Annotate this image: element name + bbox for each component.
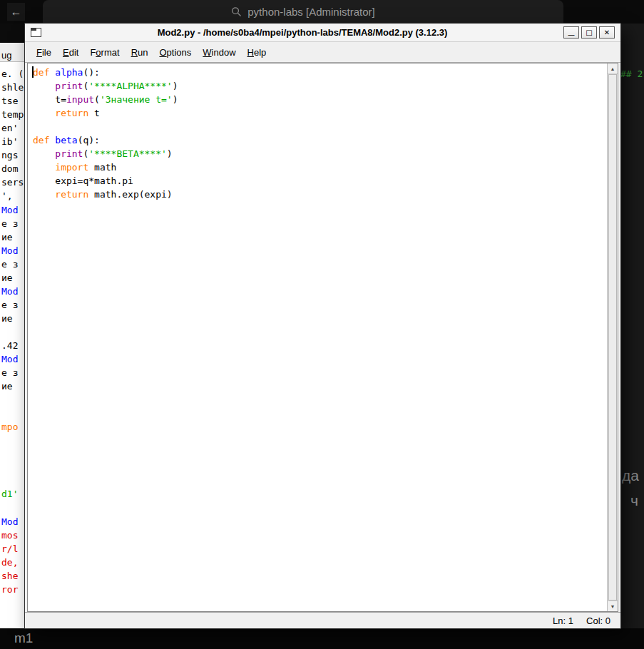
- desktop: ← python-labs [Administrator] ## 2дачm1 …: [0, 0, 644, 649]
- maximize-icon: □: [586, 29, 592, 36]
- background-text-fragment: ug: [1, 50, 11, 61]
- minimize-icon: —: [568, 31, 575, 39]
- background-text-fragment: е з: [1, 300, 18, 310]
- editor-area[interactable]: def alpha(): print('****ALPHA****') t=in…: [27, 63, 618, 612]
- menu-bar: FileEditFormatRunOptionsWindowHelp: [25, 42, 620, 63]
- code-line: t=input('Значение t='): [33, 93, 602, 106]
- maximize-button[interactable]: □: [581, 26, 597, 39]
- menu-help[interactable]: Help: [242, 44, 272, 61]
- close-icon: ✕: [604, 29, 610, 36]
- background-text-fragment: e. (: [1, 68, 24, 79]
- background-text-fragment: ',: [1, 190, 13, 201]
- menu-edit[interactable]: Edit: [57, 44, 84, 61]
- idle-editor-window: Mod2.py - /home/s0ba4/mpei/python-labs/T…: [25, 24, 620, 628]
- background-bottom: [0, 628, 644, 649]
- text-cursor: [32, 66, 34, 78]
- code-line: return t: [33, 106, 602, 120]
- close-button[interactable]: ✕: [599, 26, 615, 39]
- background-text-fragment: d1': [1, 489, 18, 499]
- status-bar: Ln: 1 Col: 0: [25, 612, 620, 628]
- background-text-fragment: en': [1, 123, 18, 133]
- code-line: return math.exp(expi): [33, 188, 602, 201]
- background-panel: [619, 24, 644, 628]
- background-text-fragment: Mod: [1, 205, 18, 215]
- window-icon: [31, 28, 41, 37]
- background-text-fragment: е з: [1, 218, 18, 229]
- background-text-fragment: de,: [1, 557, 18, 568]
- menu-window[interactable]: Window: [197, 44, 241, 61]
- window-title: Mod2.py - /home/s0ba4/mpei/python-labs/T…: [41, 27, 563, 38]
- code-line: def alpha():: [33, 66, 602, 79]
- background-text-fragment: sers: [1, 177, 24, 188]
- background-text-fragment: ие: [1, 272, 13, 283]
- background-text-fragment: temp: [1, 109, 24, 120]
- code-line: def beta(q):: [33, 133, 602, 147]
- background-text-fragment: mos: [1, 530, 18, 541]
- minimize-button[interactable]: —: [563, 26, 579, 39]
- background-text-fragment: ib': [1, 136, 18, 147]
- background-text-fragment: е з: [1, 367, 18, 378]
- background-text-fragment: ие: [1, 381, 13, 392]
- background-text-fragment: dom: [1, 163, 18, 174]
- background-text-fragment: ие: [1, 313, 13, 324]
- menu-run[interactable]: Run: [126, 44, 154, 61]
- vertical-scrollbar[interactable]: ▲ ▼: [607, 63, 618, 611]
- background-text-fragment: tse: [1, 96, 18, 106]
- background-text-fragment: Mod: [1, 245, 18, 256]
- background-text-fragment: ngs: [1, 150, 18, 160]
- terminal-tab-title: python-labs [Administrator]: [247, 6, 374, 18]
- background-text-fragment: ие: [1, 232, 13, 242]
- background-window-text: uge. (shletsetempen'ib'ngsdomsers',Modе …: [0, 0, 25, 649]
- background-text-fragment: Mod: [1, 354, 18, 364]
- terminal-titlebar: ← python-labs [Administrator]: [0, 0, 644, 24]
- background-text-fragment: Mod: [1, 516, 18, 527]
- code-line: expi=q*math.pi: [33, 174, 602, 188]
- background-text-fragment: да: [622, 467, 639, 484]
- background-text-fragment: ч: [630, 492, 638, 509]
- code-line: print('****BETA****'): [33, 147, 602, 160]
- code-line: print('****ALPHA****'): [33, 79, 602, 93]
- status-line: Ln: 1: [553, 615, 573, 626]
- background-text-fragment: .42: [1, 340, 18, 351]
- code-line: import math: [33, 160, 602, 174]
- background-text-fragment: Mod: [1, 286, 18, 297]
- search-icon: [231, 6, 242, 17]
- window-titlebar[interactable]: Mod2.py - /home/s0ba4/mpei/python-labs/T…: [25, 24, 620, 42]
- scrollbar-thumb[interactable]: [608, 74, 617, 601]
- code-area[interactable]: def alpha(): print('****ALPHA****') t=in…: [28, 63, 618, 203]
- terminal-tab[interactable]: python-labs [Administrator]: [43, 0, 563, 24]
- menu-options[interactable]: Options: [153, 44, 197, 61]
- window-controls: — □ ✕: [563, 26, 615, 39]
- background-text-fragment: r/l: [1, 543, 18, 554]
- background-text-fragment: mpo: [1, 421, 18, 432]
- scroll-up-arrow-icon[interactable]: ▲: [608, 63, 618, 74]
- status-col: Col: 0: [586, 615, 610, 626]
- background-text-fragment: ## 2: [620, 68, 643, 79]
- code-line: [33, 120, 602, 133]
- menu-format[interactable]: Format: [84, 44, 125, 61]
- background-text-fragment: ror: [1, 584, 18, 595]
- menu-file[interactable]: File: [31, 44, 57, 61]
- background-text-fragment: е з: [1, 259, 18, 270]
- background-text-fragment: she: [1, 571, 18, 581]
- background-text-fragment: shle: [1, 82, 24, 93]
- scroll-down-arrow-icon[interactable]: ▼: [608, 601, 618, 611]
